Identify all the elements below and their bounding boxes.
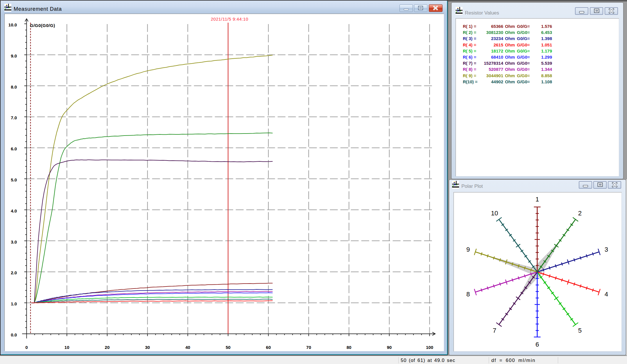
svg-text:2: 2 <box>578 210 582 217</box>
svg-text:5: 5 <box>578 327 582 334</box>
svg-text:40: 40 <box>185 345 190 350</box>
svg-text:8.0: 8.0 <box>11 84 17 89</box>
svg-text:90: 90 <box>387 345 392 350</box>
svg-text:4: 4 <box>605 291 608 298</box>
svg-text:3.0: 3.0 <box>11 239 17 244</box>
svg-text:9: 9 <box>466 246 470 253</box>
svg-text:2021/11/5 9:44:10: 2021/11/5 9:44:10 <box>211 17 248 21</box>
svg-text:9.0: 9.0 <box>11 53 17 58</box>
svg-text:6.0: 6.0 <box>11 146 17 151</box>
svg-text:70: 70 <box>306 345 311 350</box>
svg-text:0: 0 <box>25 345 28 350</box>
svg-text:1: 1 <box>535 196 539 203</box>
svg-text:1.0: 1.0 <box>11 301 17 306</box>
svg-text:100: 100 <box>426 345 433 350</box>
svg-text:3: 3 <box>605 246 608 253</box>
svg-text:6: 6 <box>535 341 539 348</box>
svg-text:10: 10 <box>491 210 498 217</box>
svg-text:4.0: 4.0 <box>11 208 17 213</box>
svg-text:7: 7 <box>493 327 496 334</box>
svg-text:80: 80 <box>347 345 352 350</box>
svg-text:10: 10 <box>65 345 69 350</box>
svg-text:0.0: 0.0 <box>11 332 17 337</box>
svg-text:2.0: 2.0 <box>11 270 17 275</box>
svg-text:30: 30 <box>145 345 150 350</box>
svg-text:60: 60 <box>266 345 271 350</box>
svg-text:50: 50 <box>226 345 231 350</box>
svg-text:5.0: 5.0 <box>11 177 17 182</box>
svg-text:10.0: 10.0 <box>8 22 17 27</box>
svg-text:G/G0(G0/G): G/G0(G0/G) <box>30 23 55 28</box>
svg-text:20: 20 <box>105 345 110 350</box>
svg-text:8: 8 <box>466 291 470 298</box>
svg-text:7.0: 7.0 <box>11 115 17 120</box>
